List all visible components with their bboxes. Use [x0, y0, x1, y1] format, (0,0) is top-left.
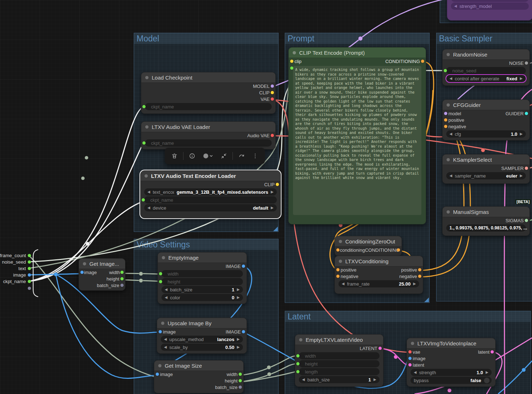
- widget-cfg[interactable]: ◀cfg1.0▶: [446, 130, 526, 138]
- node-clip-text-encode[interactable]: CLIP Text Encode (Prompt) clip CONDITION…: [288, 47, 426, 224]
- input-positive[interactable]: positive: [341, 267, 356, 273]
- node-header[interactable]: LTXV Audio VAE Loader: [141, 122, 275, 132]
- collapse-button[interactable]: [218, 150, 230, 162]
- node-header[interactable]: CLIP Text Encode (Prompt): [289, 48, 426, 58]
- group-basic-sampler-header[interactable]: Basic Sampler: [436, 33, 532, 44]
- stepper-right-icon[interactable]: ▶: [237, 345, 240, 349]
- slot-dot[interactable]: [142, 105, 146, 108]
- input-ckpt-name[interactable]: ckpt_name: [145, 103, 272, 110]
- slot-dot[interactable]: [491, 350, 494, 354]
- slot-dot[interactable]: [271, 134, 274, 137]
- slot-dot[interactable]: [80, 271, 84, 274]
- widget-upscale-method[interactable]: ◀upscale_methodlanczos▶: [161, 336, 243, 343]
- slot-dot[interactable]: [525, 219, 528, 222]
- slot-dot[interactable]: [156, 373, 159, 376]
- stepper-right-icon[interactable]: ▶: [413, 282, 416, 286]
- group-resize-handle[interactable]: [424, 297, 429, 302]
- stepper-right-icon[interactable]: ▶: [237, 337, 240, 341]
- collapse-dot-icon[interactable]: [411, 342, 414, 345]
- slot-dot[interactable]: [28, 287, 31, 290]
- delete-button[interactable]: [168, 150, 181, 162]
- stepper-left-icon[interactable]: ◀: [449, 77, 452, 80]
- node-get-image[interactable]: Get Image... image width height batch_si…: [79, 258, 125, 291]
- collapse-dot-icon[interactable]: [161, 322, 164, 325]
- widget-frame-rate[interactable]: ◀frame_rate25.00▶: [338, 280, 419, 287]
- node-get-image-size[interactable]: Get Image Size image width height batch_…: [154, 360, 244, 393]
- node-empty-image[interactable]: EmptyImage IMAGE width height ◀batch_siz…: [158, 252, 247, 304]
- slot-dot[interactable]: [397, 249, 400, 252]
- slot-dot[interactable]: [418, 275, 421, 278]
- slot-dot[interactable]: [120, 284, 124, 287]
- widget-sigmas[interactable]: 1., 0.99375, 0.9875, 0.98125, 0.975, ...: [446, 224, 526, 232]
- widget-bypass[interactable]: bypassfalse: [411, 377, 492, 384]
- output-sigmas[interactable]: SIGMAS: [443, 217, 529, 224]
- input-length[interactable]: length: [299, 368, 380, 375]
- node-ltxv-audio-vae-loader[interactable]: LTXV Audio VAE Loader Audio VAE ckpt_nam…: [141, 121, 276, 149]
- node-header[interactable]: LTXVImgToVideoInplace: [407, 338, 495, 349]
- collapse-dot-icon[interactable]: [83, 262, 86, 265]
- slot-dot[interactable]: [336, 268, 340, 272]
- output-image[interactable]: IMAGE: [226, 329, 241, 335]
- slot-dot[interactable]: [28, 267, 31, 270]
- node-header[interactable]: EmptyLTXVLatentVideo: [295, 335, 383, 345]
- slot-dot[interactable]: [242, 330, 245, 333]
- toggle-knob[interactable]: [484, 377, 490, 384]
- slot-dot[interactable]: [418, 268, 421, 272]
- node-toolbar[interactable]: [165, 148, 265, 164]
- slot-dot[interactable]: [276, 183, 279, 186]
- group-resize-handle[interactable]: [273, 227, 278, 231]
- group-prompt-header[interactable]: Prompt: [285, 33, 429, 44]
- stepper-left-icon[interactable]: ◀: [147, 206, 150, 210]
- output-sampler[interactable]: SAMPLER: [443, 165, 529, 171]
- input-height[interactable]: height: [161, 278, 243, 285]
- input-clip[interactable]: clip: [294, 59, 302, 64]
- slot-dot[interactable]: [239, 379, 242, 382]
- collapse-dot-icon[interactable]: [145, 174, 148, 178]
- slot-dot[interactable]: [408, 357, 412, 360]
- node-random-noise[interactable]: RandomNoise NOISE noise_seed ◀control af…: [442, 49, 530, 86]
- slot-dot[interactable]: [142, 198, 145, 202]
- slot-dot[interactable]: [239, 373, 242, 376]
- collapse-dot-icon[interactable]: [162, 256, 165, 259]
- widget-strength[interactable]: ◀strength1.0▶: [411, 369, 492, 376]
- output-clip[interactable]: CLIP: [141, 89, 275, 96]
- widget-strength-model[interactable]: ◀strength_model: [451, 3, 529, 10]
- stepper-right-icon[interactable]: ▶: [271, 206, 274, 210]
- input-vae[interactable]: vae: [413, 349, 420, 355]
- input-ckpt-name[interactable]: ckpt_name: [144, 196, 277, 203]
- stepper-left-icon[interactable]: ◀: [449, 132, 452, 136]
- io-input-image[interactable]: image: [0, 272, 31, 278]
- node-ltxv-conditioning[interactable]: LTXVConditioning positive positive negat…: [334, 256, 423, 294]
- stepper-right-icon[interactable]: ▶: [373, 378, 376, 381]
- node-header[interactable]: Get Image Size: [154, 361, 243, 371]
- node-header[interactable]: CFGGuider: [443, 100, 529, 110]
- collapse-dot-icon[interactable]: [339, 260, 342, 263]
- input-image[interactable]: image: [163, 329, 176, 335]
- output-latent[interactable]: LATENT: [295, 345, 383, 352]
- stepper-left-icon[interactable]: ◀: [164, 337, 167, 341]
- input-negative[interactable]: negative: [341, 274, 358, 279]
- slot-dot[interactable]: [239, 386, 242, 389]
- input-positive[interactable]: positive: [443, 117, 529, 123]
- node-manual-sigmas[interactable]: ManualSigmas SIGMAS 1., 0.99375, 0.9875,…: [442, 206, 530, 236]
- slot-dot[interactable]: [28, 260, 31, 264]
- collapse-dot-icon[interactable]: [447, 210, 450, 214]
- node-header[interactable]: Get Image...: [79, 259, 125, 269]
- widget-hidden[interactable]: [451, 0, 529, 2]
- slot-dot[interactable]: [336, 249, 340, 252]
- redo-button[interactable]: [235, 150, 248, 162]
- output-width[interactable]: width: [109, 270, 120, 275]
- slot-dot[interactable]: [242, 265, 245, 268]
- slot-dot[interactable]: [444, 118, 447, 122]
- node-header[interactable]: Upscale Image By: [157, 318, 247, 328]
- input-noise-seed[interactable]: noise_seed: [446, 67, 526, 74]
- input-latent[interactable]: latent: [407, 362, 495, 368]
- output-conditioning[interactable]: CONDITIONING: [385, 59, 420, 64]
- slot-dot[interactable]: [271, 85, 274, 88]
- slot-dot[interactable]: [159, 272, 162, 276]
- collapse-dot-icon[interactable]: [299, 338, 302, 341]
- stepper-left-icon[interactable]: ◀: [165, 288, 168, 291]
- slot-dot[interactable]: [421, 60, 424, 63]
- node-ltxv-img-to-video-inplace[interactable]: LTXVImgToVideoInplace vae latent image l…: [407, 338, 496, 387]
- group-model-header[interactable]: Model: [134, 33, 278, 44]
